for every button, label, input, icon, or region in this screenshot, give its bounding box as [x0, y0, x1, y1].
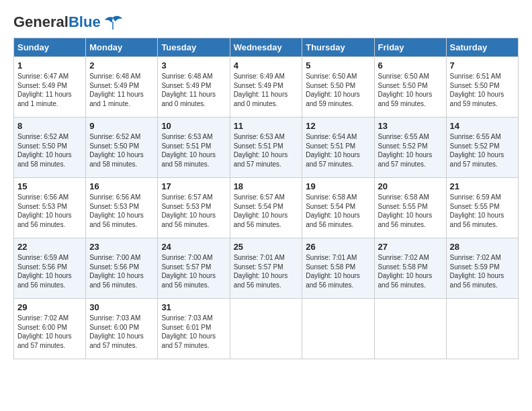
day-info: Sunrise: 6:47 AMSunset: 5:49 PMDaylight:… — [17, 73, 72, 107]
header-saturday: Saturday — [446, 38, 518, 57]
day-number: 21 — [450, 181, 515, 191]
day-number: 28 — [450, 242, 515, 252]
logo-bird-icon — [103, 15, 122, 30]
table-row: 8 Sunrise: 6:52 AMSunset: 5:50 PMDayligh… — [14, 118, 86, 178]
day-info: Sunrise: 6:59 AMSunset: 5:55 PMDaylight:… — [450, 193, 504, 228]
day-number: 26 — [306, 242, 370, 252]
table-row: 12 Sunrise: 6:54 AMSunset: 5:51 PMDaylig… — [302, 118, 374, 178]
table-row: 30 Sunrise: 7:03 AMSunset: 6:00 PMDaylig… — [86, 299, 158, 359]
table-row: 1 Sunrise: 6:47 AMSunset: 5:49 PMDayligh… — [14, 57, 86, 118]
day-number: 7 — [450, 60, 515, 71]
day-info: Sunrise: 6:53 AMSunset: 5:51 PMDaylight:… — [161, 133, 216, 168]
table-row: 9 Sunrise: 6:52 AMSunset: 5:50 PMDayligh… — [86, 118, 158, 178]
day-info: Sunrise: 6:52 AMSunset: 5:50 PMDaylight:… — [17, 133, 72, 168]
day-info: Sunrise: 6:57 AMSunset: 5:53 PMDaylight:… — [161, 193, 216, 228]
header-tuesday: Tuesday — [158, 38, 230, 57]
day-number: 1 — [17, 60, 82, 71]
table-row: 24 Sunrise: 7:00 AMSunset: 5:57 PMDaylig… — [158, 238, 230, 299]
day-number: 10 — [161, 121, 226, 131]
day-number: 18 — [234, 181, 299, 191]
day-info: Sunrise: 6:59 AMSunset: 5:56 PMDaylight:… — [17, 254, 72, 289]
day-number: 22 — [17, 242, 82, 252]
table-row — [302, 299, 374, 359]
day-info: Sunrise: 7:03 AMSunset: 6:01 PMDaylight:… — [161, 314, 216, 349]
day-info: Sunrise: 6:50 AMSunset: 5:50 PMDaylight:… — [306, 73, 360, 107]
table-row: 6 Sunrise: 6:50 AMSunset: 5:50 PMDayligh… — [374, 57, 446, 118]
table-row: 16 Sunrise: 6:56 AMSunset: 5:53 PMDaylig… — [86, 178, 158, 238]
weekday-header-row: Sunday Monday Tuesday Wednesday Thursday… — [14, 38, 519, 57]
table-row: 14 Sunrise: 6:55 AMSunset: 5:52 PMDaylig… — [446, 118, 518, 178]
day-info: Sunrise: 6:56 AMSunset: 5:53 PMDaylight:… — [17, 193, 72, 228]
day-info: Sunrise: 6:49 AMSunset: 5:49 PMDaylight:… — [234, 73, 288, 107]
header-thursday: Thursday — [302, 38, 374, 57]
day-info: Sunrise: 6:54 AMSunset: 5:51 PMDaylight:… — [306, 133, 360, 168]
day-info: Sunrise: 7:01 AMSunset: 5:57 PMDaylight:… — [234, 254, 288, 289]
day-info: Sunrise: 6:56 AMSunset: 5:53 PMDaylight:… — [89, 193, 144, 228]
day-number: 5 — [306, 60, 370, 71]
table-row: 27 Sunrise: 7:02 AMSunset: 5:58 PMDaylig… — [374, 238, 446, 299]
day-number: 24 — [161, 242, 226, 252]
day-info: Sunrise: 6:50 AMSunset: 5:50 PMDaylight:… — [378, 73, 433, 107]
table-row: 18 Sunrise: 6:57 AMSunset: 5:54 PMDaylig… — [230, 178, 302, 238]
table-row: 7 Sunrise: 6:51 AMSunset: 5:50 PMDayligh… — [446, 57, 518, 118]
table-row: 28 Sunrise: 7:02 AMSunset: 5:59 PMDaylig… — [446, 238, 518, 299]
table-row: 15 Sunrise: 6:56 AMSunset: 5:53 PMDaylig… — [14, 178, 86, 238]
table-row — [230, 299, 302, 359]
day-number: 20 — [378, 181, 443, 191]
day-info: Sunrise: 7:01 AMSunset: 5:58 PMDaylight:… — [306, 254, 360, 289]
table-row: 29 Sunrise: 7:02 AMSunset: 6:00 PMDaylig… — [14, 299, 86, 359]
table-row: 22 Sunrise: 6:59 AMSunset: 5:56 PMDaylig… — [14, 238, 86, 299]
day-number: 31 — [161, 302, 226, 312]
calendar-table: Sunday Monday Tuesday Wednesday Thursday… — [13, 38, 519, 359]
table-row: 26 Sunrise: 7:01 AMSunset: 5:58 PMDaylig… — [302, 238, 374, 299]
header-friday: Friday — [374, 38, 446, 57]
calendar-week-row: 8 Sunrise: 6:52 AMSunset: 5:50 PMDayligh… — [14, 118, 519, 178]
day-info: Sunrise: 6:55 AMSunset: 5:52 PMDaylight:… — [378, 133, 433, 168]
table-row — [374, 299, 446, 359]
header-wednesday: Wednesday — [230, 38, 302, 57]
table-row: 13 Sunrise: 6:55 AMSunset: 5:52 PMDaylig… — [374, 118, 446, 178]
day-info: Sunrise: 6:48 AMSunset: 5:49 PMDaylight:… — [161, 73, 216, 107]
day-number: 30 — [89, 302, 154, 312]
day-info: Sunrise: 6:51 AMSunset: 5:50 PMDaylight:… — [450, 73, 504, 107]
table-row: 10 Sunrise: 6:53 AMSunset: 5:51 PMDaylig… — [158, 118, 230, 178]
page-header: GeneralBlue — [13, 13, 519, 31]
logo-text: GeneralBlue — [13, 13, 101, 31]
day-info: Sunrise: 6:48 AMSunset: 5:49 PMDaylight:… — [89, 73, 144, 107]
day-info: Sunrise: 6:53 AMSunset: 5:51 PMDaylight:… — [234, 133, 288, 168]
day-number: 13 — [378, 121, 443, 131]
day-info: Sunrise: 7:02 AMSunset: 6:00 PMDaylight:… — [17, 314, 72, 349]
day-info: Sunrise: 6:58 AMSunset: 5:55 PMDaylight:… — [378, 193, 433, 228]
calendar-week-row: 1 Sunrise: 6:47 AMSunset: 5:49 PMDayligh… — [14, 57, 519, 118]
day-number: 8 — [17, 121, 82, 131]
table-row: 19 Sunrise: 6:58 AMSunset: 5:54 PMDaylig… — [302, 178, 374, 238]
day-number: 14 — [450, 121, 515, 131]
day-number: 4 — [234, 60, 299, 71]
day-number: 6 — [378, 60, 443, 71]
day-number: 23 — [89, 242, 154, 252]
table-row: 2 Sunrise: 6:48 AMSunset: 5:49 PMDayligh… — [86, 57, 158, 118]
day-info: Sunrise: 6:57 AMSunset: 5:54 PMDaylight:… — [234, 193, 288, 228]
table-row: 17 Sunrise: 6:57 AMSunset: 5:53 PMDaylig… — [158, 178, 230, 238]
day-info: Sunrise: 7:00 AMSunset: 5:56 PMDaylight:… — [89, 254, 144, 289]
table-row: 5 Sunrise: 6:50 AMSunset: 5:50 PMDayligh… — [302, 57, 374, 118]
day-number: 15 — [17, 181, 82, 191]
day-info: Sunrise: 7:02 AMSunset: 5:59 PMDaylight:… — [450, 254, 504, 289]
day-info: Sunrise: 7:02 AMSunset: 5:58 PMDaylight:… — [378, 254, 433, 289]
day-number: 16 — [89, 181, 154, 191]
day-info: Sunrise: 6:58 AMSunset: 5:54 PMDaylight:… — [306, 193, 360, 228]
day-number: 9 — [89, 121, 154, 131]
day-number: 17 — [161, 181, 226, 191]
table-row: 23 Sunrise: 7:00 AMSunset: 5:56 PMDaylig… — [86, 238, 158, 299]
day-number: 19 — [306, 181, 370, 191]
day-number: 11 — [234, 121, 299, 131]
table-row: 4 Sunrise: 6:49 AMSunset: 5:49 PMDayligh… — [230, 57, 302, 118]
day-number: 29 — [17, 302, 82, 312]
table-row: 3 Sunrise: 6:48 AMSunset: 5:49 PMDayligh… — [158, 57, 230, 118]
header-monday: Monday — [86, 38, 158, 57]
calendar-week-row: 22 Sunrise: 6:59 AMSunset: 5:56 PMDaylig… — [14, 238, 519, 299]
calendar-week-row: 29 Sunrise: 7:02 AMSunset: 6:00 PMDaylig… — [14, 299, 519, 359]
calendar-week-row: 15 Sunrise: 6:56 AMSunset: 5:53 PMDaylig… — [14, 178, 519, 238]
day-number: 12 — [306, 121, 370, 131]
day-number: 2 — [89, 60, 154, 71]
